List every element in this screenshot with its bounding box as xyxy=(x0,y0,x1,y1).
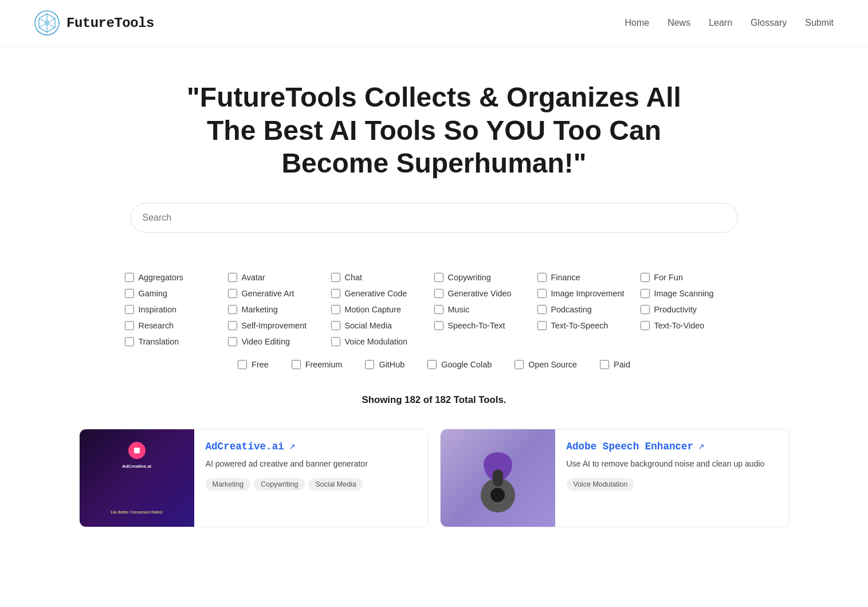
nav-submit[interactable]: Submit xyxy=(805,18,834,28)
checkbox-music[interactable] xyxy=(434,305,443,314)
nav-news[interactable]: News xyxy=(667,18,690,28)
filter-category-generative-code[interactable]: Generative Code xyxy=(331,289,434,298)
checkbox-for-fun[interactable] xyxy=(641,273,650,282)
checkbox-google-colab[interactable] xyxy=(427,360,437,369)
filter-category-generative-video[interactable]: Generative Video xyxy=(434,289,537,298)
filter-category-self-improvement[interactable]: Self-Improvement xyxy=(228,321,331,330)
checkbox-text-to-video[interactable] xyxy=(641,321,650,330)
filter-category-podcasting[interactable]: Podcasting xyxy=(537,305,641,314)
checkbox-copywriting[interactable] xyxy=(434,273,443,282)
checkbox-marketing[interactable] xyxy=(228,305,237,314)
filter-category-translation[interactable]: Translation xyxy=(125,337,228,346)
filter-category-motion-capture[interactable]: Motion Capture xyxy=(331,305,434,314)
filter-pricing-google-colab[interactable]: Google Colab xyxy=(427,360,492,369)
checkbox-social-media[interactable] xyxy=(331,321,340,330)
checkbox-gaming[interactable] xyxy=(125,289,134,298)
card-description: Use AI to remove background noise and cl… xyxy=(567,458,777,470)
card-tags: MarketingCopywritingSocial Media xyxy=(206,478,417,491)
checkbox-speech-to-text[interactable] xyxy=(434,321,443,330)
filter-category-gaming[interactable]: Gaming xyxy=(125,289,228,298)
filter-category-for-fun[interactable]: For Fun xyxy=(641,273,744,282)
checkbox-translation[interactable] xyxy=(125,337,134,346)
filter-pricing-paid[interactable]: Paid xyxy=(600,360,630,369)
filter-category-aggregators[interactable]: Aggregators xyxy=(125,273,228,282)
filter-category-generative-art[interactable]: Generative Art xyxy=(228,289,331,298)
filter-label: Music xyxy=(448,305,470,314)
filter-category-social-media[interactable]: Social Media xyxy=(331,321,434,330)
filter-pricing-free[interactable]: Free xyxy=(238,360,269,369)
checkbox-aggregators[interactable] xyxy=(125,273,134,282)
filter-category-text-to-video[interactable]: Text-To-Video xyxy=(641,321,744,330)
checkbox-self-improvement[interactable] xyxy=(228,321,237,330)
filter-label: Finance xyxy=(551,273,580,282)
checkbox-chat[interactable] xyxy=(331,273,340,282)
filter-label: Paid xyxy=(614,360,630,369)
svg-point-2 xyxy=(44,20,50,26)
filter-category-avatar[interactable]: Avatar xyxy=(228,273,331,282)
filter-category-finance[interactable]: Finance xyxy=(537,273,641,282)
checkbox-productivity[interactable] xyxy=(641,305,650,314)
search-input[interactable] xyxy=(131,203,738,233)
filter-category-inspiration[interactable]: Inspiration xyxy=(125,305,228,314)
logo[interactable]: FutureTools xyxy=(34,10,154,36)
card-body: AdCreative.ai ↗︎ AI powered ad creative … xyxy=(194,429,428,527)
filter-category-image-scanning[interactable]: Image Scanning xyxy=(641,289,744,298)
cards-grid: AdCreative.ai 14x Better Conversion Rate… xyxy=(62,423,807,533)
checkbox-motion-capture[interactable] xyxy=(331,305,340,314)
filter-label: Inspiration xyxy=(139,305,176,314)
filter-category-research[interactable]: Research xyxy=(125,321,228,330)
checkbox-podcasting[interactable] xyxy=(537,305,547,314)
filter-pricing-github[interactable]: GitHub xyxy=(365,360,404,369)
checkbox-generative-art[interactable] xyxy=(228,289,237,298)
checkbox-image-scanning[interactable] xyxy=(641,289,650,298)
checkbox-generative-code[interactable] xyxy=(331,289,340,298)
filter-category-chat[interactable]: Chat xyxy=(331,273,434,282)
nav-home[interactable]: Home xyxy=(625,18,649,28)
filter-category-text-to-speech[interactable]: Text-To-Speech xyxy=(537,321,641,330)
logo-text: FutureTools xyxy=(66,15,154,31)
filter-label: Generative Code xyxy=(345,289,407,298)
checkbox-avatar[interactable] xyxy=(228,273,237,282)
filter-label: Social Media xyxy=(345,321,392,330)
checkbox-free[interactable] xyxy=(238,360,247,369)
filter-pricing-open-source[interactable]: Open Source xyxy=(514,360,577,369)
checkbox-video-editing[interactable] xyxy=(228,337,237,346)
filter-category-copywriting[interactable]: Copywriting xyxy=(434,273,537,282)
nav-learn[interactable]: Learn xyxy=(709,18,732,28)
filter-category-marketing[interactable]: Marketing xyxy=(228,305,331,314)
checkbox-inspiration[interactable] xyxy=(125,305,134,314)
filter-label: Freemium xyxy=(305,360,343,369)
filter-category-video-editing[interactable]: Video Editing xyxy=(228,337,331,346)
nav-glossary[interactable]: Glossary xyxy=(751,18,787,28)
filter-label: Marketing xyxy=(242,305,278,314)
filter-label: Text-To-Video xyxy=(654,321,705,330)
filter-category-music[interactable]: Music xyxy=(434,305,537,314)
filter-pricing-freemium[interactable]: Freemium xyxy=(292,360,343,369)
checkbox-open-source[interactable] xyxy=(514,360,524,369)
filter-label: Translation xyxy=(139,337,179,346)
external-link-icon: ↗︎ xyxy=(698,442,705,451)
checkbox-finance[interactable] xyxy=(537,273,547,282)
checkbox-github[interactable] xyxy=(365,360,374,369)
hero-section: "FutureTools Collects & Organizes All Th… xyxy=(0,46,868,273)
filter-category-voice-modulation[interactable]: Voice Modulation xyxy=(331,337,434,346)
card-title-link[interactable]: AdCreative.ai xyxy=(206,441,284,452)
filter-label: Productivity xyxy=(654,305,697,314)
checkbox-generative-video[interactable] xyxy=(434,289,443,298)
checkbox-paid[interactable] xyxy=(600,360,609,369)
filter-category-speech-to-text[interactable]: Speech-To-Text xyxy=(434,321,537,330)
checkbox-freemium[interactable] xyxy=(292,360,301,369)
card-image xyxy=(441,429,555,527)
checkbox-research[interactable] xyxy=(125,321,134,330)
card-title-link[interactable]: Adobe Speech Enhancer xyxy=(567,441,694,452)
card-adobe-speech: Adobe Speech Enhancer ↗︎ Use AI to remov… xyxy=(440,429,790,527)
filter-category-productivity[interactable]: Productivity xyxy=(641,305,744,314)
pricing-filters: FreeFreemiumGitHubGoogle ColabOpen Sourc… xyxy=(125,355,744,369)
filter-category-image-improvement[interactable]: Image Improvement xyxy=(537,289,641,298)
checkbox-image-improvement[interactable] xyxy=(537,289,547,298)
svg-line-8 xyxy=(39,18,44,21)
card-adcreative: AdCreative.ai 14x Better Conversion Rate… xyxy=(79,429,429,527)
checkbox-text-to-speech[interactable] xyxy=(537,321,547,330)
checkbox-voice-modulation[interactable] xyxy=(331,337,340,346)
filter-label: Copywriting xyxy=(448,273,491,282)
